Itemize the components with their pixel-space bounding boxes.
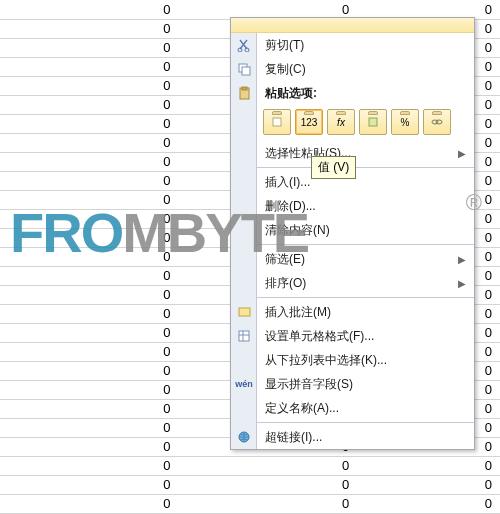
menu-format-cells[interactable]: 设置单元格格式(F)... [257,324,474,348]
cell[interactable]: 0 [0,190,179,209]
menu-label: 筛选(E) [257,251,458,268]
cell[interactable]: 0 [0,247,179,266]
menu-copy[interactable]: 复制(C) [257,57,474,81]
svg-rect-10 [239,308,250,316]
menu-paste-options-header: 粘贴选项: [257,81,474,105]
cell[interactable]: 0 [0,209,179,228]
paste-option-tooltip: 值 (V) [311,156,356,179]
menu-label: 从下拉列表中选择(K)... [257,352,474,369]
svg-rect-6 [273,118,281,126]
submenu-arrow-icon: ▶ [458,278,474,289]
cell[interactable]: 0 [0,171,179,190]
menu-separator [257,167,474,168]
cell[interactable]: 0 [357,475,500,494]
hyperlink-icon [231,425,257,449]
cell[interactable]: 0 [0,456,179,475]
cell[interactable]: 0 [0,133,179,152]
cell[interactable]: 0 [357,456,500,475]
menu-pick-from-list[interactable]: 从下拉列表中选择(K)... [257,348,474,372]
menu-label: 排序(O) [257,275,458,292]
cell[interactable]: 0 [179,494,358,513]
menu-define-name[interactable]: 定义名称(A)... [257,396,474,420]
menu-label: 复制(C) [257,61,474,78]
cell[interactable]: 0 [0,152,179,171]
paste-percent[interactable]: % [391,109,419,135]
cell[interactable]: 0 [0,76,179,95]
cell[interactable]: 0 [0,342,179,361]
menu-separator [257,297,474,298]
cell[interactable]: 0 [179,456,358,475]
context-menu: 剪切(T) 复制(C) 粘贴选项: 123fx% 选择性粘贴(S)... ▶ 插… [230,17,475,450]
cell[interactable]: 0 [0,95,179,114]
cell[interactable]: 0 [0,437,179,456]
cell[interactable]: 0 [0,285,179,304]
menu-insert[interactable]: 插入(I)... [257,170,474,194]
menu-clear[interactable]: 清除内容(N) [257,218,474,242]
paste-values[interactable]: 123 [295,109,323,135]
menu-label: 剪切(T) [257,37,474,54]
cut-icon [231,33,257,57]
menu-label: 插入批注(M) [257,304,474,321]
menu-label: 插入(I)... [257,174,474,191]
svg-rect-5 [242,87,247,90]
menu-label: 超链接(I)... [257,429,474,446]
cell[interactable]: 0 [0,475,179,494]
submenu-arrow-icon: ▶ [458,254,474,265]
cell[interactable]: 0 [0,380,179,399]
menu-cut[interactable]: 剪切(T) [257,33,474,57]
cell[interactable]: 0 [0,19,179,38]
cell[interactable]: 0 [0,114,179,133]
cell[interactable]: 0 [0,323,179,342]
menu-paste-special[interactable]: 选择性粘贴(S)... ▶ [257,141,474,165]
svg-rect-7 [369,118,377,126]
registered-mark: ® [466,190,482,216]
cell[interactable]: 0 [0,494,179,513]
svg-rect-11 [239,331,249,341]
cell[interactable]: 0 [0,399,179,418]
cell[interactable]: 0 [0,304,179,323]
paste-format[interactable] [359,109,387,135]
cell[interactable]: 0 [0,361,179,380]
cell[interactable]: 0 [0,418,179,437]
paste-link[interactable] [423,109,451,135]
menu-show-pinyin[interactable]: wén 显示拼音字段(S) [257,372,474,396]
menu-label: 粘贴选项: [257,85,474,102]
menu-label: 删除(D)... [257,198,474,215]
menu-label: 定义名称(A)... [257,400,474,417]
cell[interactable]: 0 [179,475,358,494]
cell[interactable]: 0 [0,0,179,19]
paste-all[interactable] [263,109,291,135]
paste-formulas[interactable]: fx [327,109,355,135]
menu-hyperlink[interactable]: 超链接(I)... [257,425,474,449]
comment-icon [231,300,257,324]
menu-delete[interactable]: 删除(D)... [257,194,474,218]
format-icon [231,324,257,348]
svg-point-9 [436,120,442,124]
menu-label: 选择性粘贴(S)... [257,145,458,162]
cell[interactable]: 0 [0,57,179,76]
cell[interactable]: 0 [0,228,179,247]
menu-insert-comment[interactable]: 插入批注(M) [257,300,474,324]
submenu-arrow-icon: ▶ [458,148,474,159]
paste-options-row: 123fx% [257,105,474,141]
cell[interactable]: 0 [0,266,179,285]
menu-title-bar [231,18,474,33]
menu-sort[interactable]: 排序(O) ▶ [257,271,474,295]
pinyin-icon: wén [231,372,257,396]
copy-icon [231,57,257,81]
menu-separator [257,244,474,245]
svg-rect-3 [242,67,250,75]
menu-separator [257,422,474,423]
cell[interactable]: 0 [357,494,500,513]
menu-label: 设置单元格格式(F)... [257,328,474,345]
cell[interactable]: 0 [0,38,179,57]
menu-label: 清除内容(N) [257,222,474,239]
menu-label: 显示拼音字段(S) [257,376,474,393]
clipboard-icon [231,81,257,105]
menu-filter[interactable]: 筛选(E) ▶ [257,247,474,271]
